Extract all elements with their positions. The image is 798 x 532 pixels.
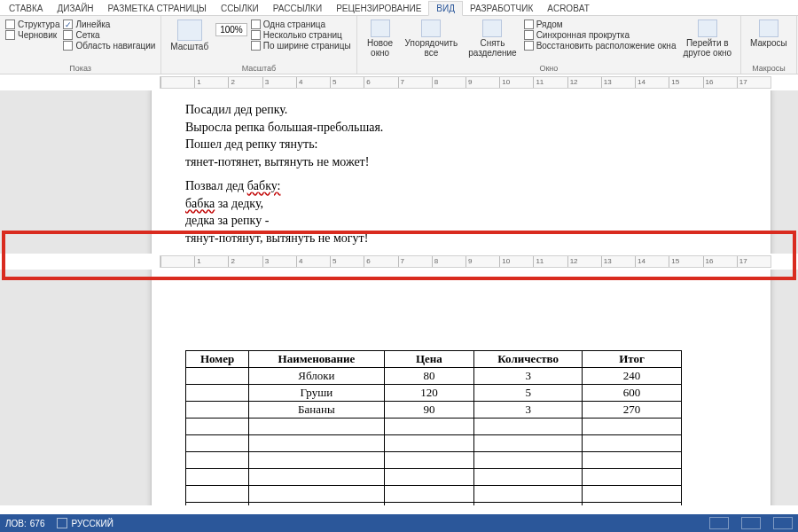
chk-navpane[interactable]: Область навигации (63, 41, 155, 51)
tab-insert[interactable]: СТАВКА (2, 2, 51, 15)
spell-error[interactable]: бабку: (247, 179, 281, 192)
table-row[interactable]: Груши1205600 (186, 385, 682, 402)
chk-gridlines[interactable]: Сетка (63, 30, 155, 40)
table-row[interactable]: Яблоки803240 (186, 368, 682, 385)
view-mode-web[interactable] (773, 517, 793, 529)
chk-one-page[interactable]: Одна страница (251, 20, 351, 29)
view-mode-print[interactable] (741, 517, 761, 529)
page[interactable]: Посадил дед репку. Выросла репка большая… (151, 90, 771, 505)
magnifier-icon (177, 20, 202, 41)
arrange-all-button[interactable]: Упорядочить все (402, 18, 462, 59)
group-window: Новое окно Упорядочить все Снять разделе… (357, 16, 741, 74)
split-icon (482, 20, 502, 37)
status-language[interactable]: РУССКИЙ (57, 518, 113, 528)
tab-mailings[interactable]: РАССЫЛКИ (266, 2, 329, 15)
new-window-button[interactable]: Новое окно (363, 18, 398, 59)
paragraph[interactable]: тянут-потянут, вытянуть не могут! (185, 231, 746, 246)
paragraph[interactable]: дедка за репку - (185, 213, 746, 229)
ribbon-tabs: СТАВКА ДИЗАЙН РАЗМЕТКА СТРАНИЦЫ ССЫЛКИ Р… (0, 0, 798, 16)
document-table[interactable]: Номер Наименование Цена Количество Итог … (185, 350, 682, 505)
chk-sync-scroll[interactable]: Синхронная прокрутка (524, 30, 677, 40)
chk-draft[interactable]: Черновик (5, 30, 59, 40)
macros-button[interactable]: Макросы (747, 18, 791, 51)
horizontal-ruler-top[interactable]: 1234567891011121314151617 (0, 74, 798, 90)
group-zoom-label: Масштаб (167, 64, 350, 74)
ribbon: Структура Черновик ✓Линейка Сетка Област… (0, 16, 798, 74)
book-icon (57, 518, 67, 528)
table-row[interactable] (186, 435, 682, 452)
horizontal-ruler-bottom[interactable]: 1234567891011121314151617 (0, 254, 798, 270)
group-window-label: Окно (363, 64, 735, 74)
table-row[interactable]: Бананы903270 (186, 402, 682, 419)
paragraph[interactable]: тянет-потянет, вытянуть не может! (185, 154, 746, 170)
paragraph[interactable]: Пошел дед репку тянуть: (185, 137, 746, 153)
table-total-row: ИТОГО: 1110 (186, 503, 682, 506)
group-macros: Макросы Макросы (741, 16, 797, 74)
chk-ruler[interactable]: ✓Линейка (63, 20, 155, 29)
chk-reset-pos[interactable]: Восстановить расположение окна (524, 41, 677, 51)
tab-references[interactable]: ССЫЛКИ (214, 2, 266, 15)
switch-window-icon (698, 20, 717, 37)
tab-review[interactable]: РЕЦЕНЗИРОВАНИЕ (329, 2, 428, 15)
zoom-button[interactable]: Масштаб (167, 18, 212, 54)
chk-outline[interactable]: Структура (5, 20, 59, 29)
tab-acrobat[interactable]: ACROBAT (540, 2, 597, 15)
view-mode-read[interactable] (709, 517, 729, 529)
paragraph[interactable]: бабка за дедку, (185, 196, 746, 212)
zoom-percent[interactable]: 100% (215, 23, 247, 36)
paragraph[interactable]: Посадил дед репку. (185, 102, 746, 118)
tab-developer[interactable]: РАЗРАБОТЧИК (463, 2, 540, 15)
tab-page-layout[interactable]: РАЗМЕТКА СТРАНИЦЫ (101, 2, 214, 15)
tab-design[interactable]: ДИЗАЙН (51, 2, 101, 15)
group-zoom: Масштаб 100% Одна страница Несколько стр… (161, 16, 356, 74)
table-row[interactable] (186, 469, 682, 486)
chk-page-width[interactable]: По ширине страницы (251, 41, 351, 51)
table-header-row: Номер Наименование Цена Количество Итог (186, 351, 682, 368)
status-word-count[interactable]: ЛОВ: 676 (5, 519, 44, 528)
group-show: Структура Черновик ✓Линейка Сетка Област… (0, 16, 161, 74)
status-bar: ЛОВ: 676 РУССКИЙ (0, 514, 798, 532)
paragraph[interactable]: Позвал дед бабку: (185, 178, 746, 194)
arrange-icon (421, 20, 441, 37)
table-row[interactable] (186, 419, 682, 435)
paragraph[interactable]: Выросла репка большая-пребольшая. (185, 120, 746, 136)
remove-split-button[interactable]: Снять разделение (465, 18, 520, 59)
switch-windows-button[interactable]: Перейти в другое окно (679, 18, 735, 59)
chk-multi-page[interactable]: Несколько страниц (251, 30, 351, 40)
document-area: Посадил дед репку. Выросла репка большая… (0, 90, 798, 505)
table-row[interactable] (186, 486, 682, 503)
macros-icon (759, 20, 778, 37)
spell-error[interactable]: бабка (185, 197, 215, 210)
group-show-label: Показ (5, 64, 155, 74)
new-window-icon (371, 20, 390, 37)
group-macros-label: Макросы (747, 64, 791, 74)
tab-view[interactable]: ВИД (428, 1, 463, 16)
chk-side-by-side[interactable]: Рядом (524, 20, 677, 29)
table-row[interactable] (186, 452, 682, 469)
